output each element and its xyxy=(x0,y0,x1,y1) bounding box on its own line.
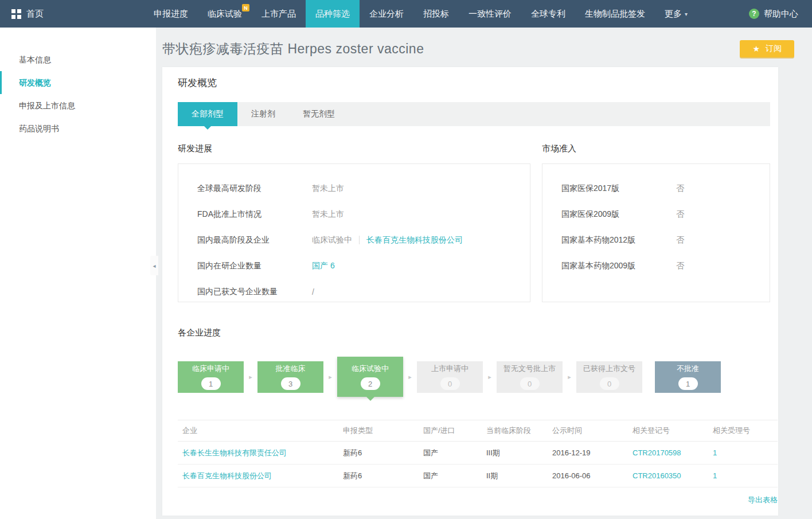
sidebar-item-basic-info[interactable]: 基本信息 xyxy=(0,48,156,71)
nav-item-bidding[interactable]: 招投标 xyxy=(413,0,459,28)
sidebar-item-drug-instructions[interactable]: 药品说明书 xyxy=(0,117,156,140)
stage-listing-application[interactable]: 上市申请中 0 xyxy=(417,361,483,393)
registration-no-link[interactable]: CTR20170598 xyxy=(633,448,681,457)
new-badge: N xyxy=(242,4,249,11)
collapse-arrow-icon: ◂ xyxy=(153,263,155,269)
table-header-row: 企业 申报类型 国产/进口 当前临床阶段 公示时间 相关登记号 相关受理号 xyxy=(178,420,778,442)
stage-count: 1 xyxy=(678,377,698,390)
info-row: 国内在研企业数量 国产 6 xyxy=(178,253,530,279)
cell-clinical-phase: II期 xyxy=(482,465,548,487)
stage-arrow-icon: ▸ xyxy=(244,373,257,381)
sidebar: 基本信息 研发概览 申报及上市信息 药品说明书 xyxy=(0,28,156,519)
stage-pipeline: 临床申请中 1 ▸ 批准临床 3 ▸ 临床试验中 2 ▸ 上市申请中 0 xyxy=(178,354,770,399)
page-layout: 基本信息 研发概览 申报及上市信息 药品说明书 ◂ 带状疱疹减毒活疫苗 Herp… xyxy=(0,28,812,519)
nav-items: 申报进度 临床试验 N 上市产品 品种筛选 企业分析 招投标 一致性评价 全球专… xyxy=(144,0,697,28)
chevron-down-icon: ▾ xyxy=(685,11,688,17)
nav-item-more[interactable]: 更多 ▾ xyxy=(655,0,697,28)
nav-item-biologics-batch-release[interactable]: 生物制品批签发 xyxy=(575,0,655,28)
stage-in-clinical-trial[interactable]: 临床试验中 2 xyxy=(337,357,403,397)
info-row: 国家医保2017版 否 xyxy=(542,175,770,201)
title-row: 带状疱疹减毒活疫苗 Herpes zoster vaccine ★ 订阅 xyxy=(162,40,794,58)
nav-item-marketed-products[interactable]: 上市产品 xyxy=(252,0,306,28)
acceptance-no-link[interactable]: 1 xyxy=(713,471,717,480)
cell-clinical-phase: III期 xyxy=(482,442,548,465)
tab-no-dosage-form[interactable]: 暂无剂型 xyxy=(289,102,349,126)
info-row: FDA批准上市情况 暂未上市 xyxy=(178,201,530,227)
tab-injection[interactable]: 注射剂 xyxy=(237,102,289,126)
company-link[interactable]: 长春百克生物科技股份公司 xyxy=(182,471,272,480)
nav-item-consistency-evaluation[interactable]: 一致性评价 xyxy=(459,0,521,28)
main-content: 带状疱疹减毒活疫苗 Herpes zoster vaccine ★ 订阅 研发概… xyxy=(156,28,812,519)
stage-arrow-icon: ▸ xyxy=(563,373,576,381)
col-acceptance-no: 相关受理号 xyxy=(708,420,778,442)
info-row: 国内已获文号企业数量 / xyxy=(178,279,530,305)
section-title-rd-overview: 研发概览 xyxy=(178,76,770,89)
tab-all-dosage-forms[interactable]: 全部剂型 xyxy=(178,102,237,126)
table-row: 长春长生生物科技有限责任公司 新药6 国产 III期 2016-12-19 CT… xyxy=(178,442,778,465)
vertical-divider xyxy=(359,236,360,244)
rd-progress-box: 全球最高研发阶段 暂未上市 FDA批准上市情况 暂未上市 国内最高阶段及企业 临… xyxy=(178,163,530,302)
stage-count: 0 xyxy=(600,377,619,390)
help-center-label: 帮助中心 xyxy=(764,9,798,19)
stage-clinical-approved[interactable]: 批准临床 3 xyxy=(257,361,323,393)
dosage-form-tabs: 全部剂型 注射剂 暂无剂型 xyxy=(178,102,770,126)
col-declaration-type: 申报类型 xyxy=(338,420,419,442)
nav-item-declaration-progress[interactable]: 申报进度 xyxy=(144,0,198,28)
help-icon: ? xyxy=(749,9,759,19)
info-row: 国家基本药物2009版 否 xyxy=(542,253,770,279)
nav-home-label: 首页 xyxy=(26,9,44,19)
subscribe-label: 订阅 xyxy=(766,44,782,54)
nav-item-enterprise-analysis[interactable]: 企业分析 xyxy=(360,0,413,28)
info-row: 国家基本药物2012版 否 xyxy=(542,227,770,253)
nav-home[interactable]: 首页 xyxy=(0,0,55,28)
acceptance-no-link[interactable]: 1 xyxy=(713,448,717,457)
cell-publish-date: 2016-12-19 xyxy=(548,442,628,465)
registration-no-link[interactable]: CTR20160350 xyxy=(633,471,681,480)
stage-license-obtained[interactable]: 已获得上市文号 0 xyxy=(576,361,642,393)
cell-origin: 国产 xyxy=(419,442,482,465)
market-access-panel: 市场准入 国家医保2017版 否 国家医保2009版 否 国家基本药物2012版 xyxy=(542,143,770,302)
rd-overview-card: 研发概览 全部剂型 注射剂 暂无剂型 研发进展 全球最高研发阶段 暂未上市 xyxy=(162,67,778,516)
stage-count: 0 xyxy=(440,377,460,390)
export-table-link[interactable]: 导出表格 xyxy=(748,495,778,504)
page-title: 带状疱疹减毒活疫苗 Herpes zoster vaccine xyxy=(162,40,424,58)
company-link[interactable]: 长春长生生物科技有限责任公司 xyxy=(182,448,287,457)
top-nav: 首页 申报进度 临床试验 N 上市产品 品种筛选 企业分析 招投标 一致性评价 … xyxy=(0,0,812,28)
rd-progress-title: 研发进展 xyxy=(178,143,530,154)
export-row: 导出表格 xyxy=(178,495,778,505)
col-clinical-phase: 当前临床阶段 xyxy=(482,420,548,442)
stage-count: 0 xyxy=(520,377,540,390)
nav-item-global-patents[interactable]: 全球专利 xyxy=(521,0,575,28)
stage-count: 1 xyxy=(201,377,221,390)
subscribe-button[interactable]: ★ 订阅 xyxy=(740,40,794,57)
stage-arrow-icon: ▸ xyxy=(483,373,497,381)
nav-item-variety-screening[interactable]: 品种筛选 xyxy=(306,0,360,28)
company-progress-title: 各企业进度 xyxy=(178,327,770,338)
help-center[interactable]: ? 帮助中心 xyxy=(735,0,812,28)
star-icon: ★ xyxy=(752,44,760,53)
company-link[interactable]: 长春百克生物科技股份公司 xyxy=(366,235,463,245)
sidebar-item-rd-overview[interactable]: 研发概览 xyxy=(0,71,156,94)
stage-count: 2 xyxy=(361,377,380,390)
sidebar-item-declaration-listing-info[interactable]: 申报及上市信息 xyxy=(0,94,156,117)
col-registration-no: 相关登记号 xyxy=(628,420,708,442)
stage-count: 3 xyxy=(281,377,300,390)
stage-clinical-application[interactable]: 临床申请中 1 xyxy=(178,361,244,393)
info-panels: 研发进展 全球最高研发阶段 暂未上市 FDA批准上市情况 暂未上市 国内最高阶段… xyxy=(178,143,770,302)
domestic-count-link[interactable]: 国产 6 xyxy=(312,261,335,271)
sidebar-collapse-handle[interactable]: ◂ xyxy=(150,256,158,275)
home-grid-icon xyxy=(11,9,21,19)
info-row: 国内最高阶段及企业 临床试验中 长春百克生物科技股份公司 xyxy=(178,227,530,253)
info-row: 国家医保2009版 否 xyxy=(542,201,770,227)
rd-progress-panel: 研发进展 全球最高研发阶段 暂未上市 FDA批准上市情况 暂未上市 国内最高阶段… xyxy=(178,143,530,302)
table-row: 长春百克生物科技股份公司 新药6 国产 II期 2016-06-06 CTR20… xyxy=(178,465,778,487)
nav-item-clinical-trials[interactable]: 临床试验 N xyxy=(198,0,252,28)
col-company: 企业 xyxy=(178,420,338,442)
cell-declaration-type: 新药6 xyxy=(338,442,419,465)
stage-approved-no-license[interactable]: 暂无文号批上市 0 xyxy=(497,361,563,393)
stage-not-approved[interactable]: 不批准 1 xyxy=(655,361,721,393)
cell-origin: 国产 xyxy=(419,465,482,487)
market-access-title: 市场准入 xyxy=(542,143,770,154)
company-progress-table: 企业 申报类型 国产/进口 当前临床阶段 公示时间 相关登记号 相关受理号 长春… xyxy=(178,420,778,487)
stage-arrow-icon: ▸ xyxy=(403,373,417,381)
